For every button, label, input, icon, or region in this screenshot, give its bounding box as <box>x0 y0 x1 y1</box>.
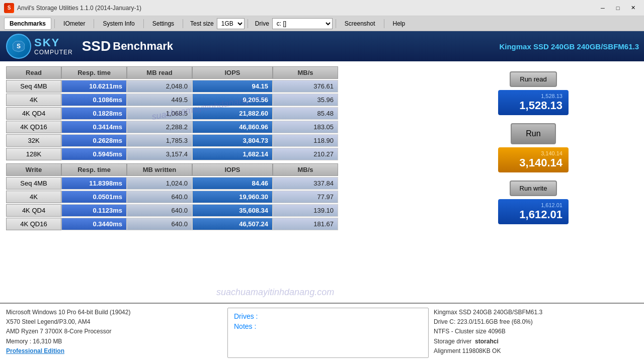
read-header: Read <box>6 66 61 79</box>
menu-screenshot[interactable]: Screenshot <box>339 18 381 30</box>
row-label: 4K QD4 <box>6 204 61 217</box>
resp-time-val: 0.2628ms <box>61 134 127 147</box>
menu-settings[interactable]: Settings <box>147 18 180 30</box>
row-label: 32K <box>6 134 61 147</box>
close-button[interactable]: ✕ <box>626 3 640 13</box>
table-row: 4K QD4 0.1123ms 640.0 35,608.34 139.10 <box>6 204 424 217</box>
mbs-val: 85.48 <box>273 107 338 120</box>
notes-label: Notes : <box>234 322 422 330</box>
sys-line3: AMD Ryzen 7 3700X 8-Core Processor <box>6 327 222 336</box>
row-label: 4K QD16 <box>6 218 61 230</box>
mb-val: 1,068.5 <box>127 107 192 120</box>
benchmark-table: Read Resp. time MB read IOPS MB/s Seq 4M… <box>6 66 424 298</box>
resp-time-val: 0.1086ms <box>61 94 127 106</box>
table-row: 4K QD4 0.1828ms 1,068.5 21,882.60 85.48 <box>6 107 424 120</box>
mbs-val: 210.27 <box>273 148 338 160</box>
total-score-value: 3,140.14 <box>504 156 562 169</box>
mb-val: 2,288.2 <box>127 121 192 133</box>
read-score-box: 1,528.13 1,528.13 <box>498 90 569 115</box>
logo-sky-text: SKY <box>34 37 73 49</box>
menu-system-info[interactable]: System Info <box>97 18 140 30</box>
resp-time-header-w: Resp. time <box>61 163 127 176</box>
logo-ssd-text: SSD <box>82 38 111 54</box>
mbs-val: 139.10 <box>273 204 338 217</box>
main-content: Read Resp. time MB read IOPS MB/s Seq 4M… <box>0 61 644 303</box>
iops-val: 21,882.60 <box>192 107 273 120</box>
right-panel: Run read 1,528.13 1,528.13 Run 3,140.14 … <box>429 66 638 298</box>
write-score-label: 1,612.01 <box>504 202 562 208</box>
resp-time-val: 0.1828ms <box>61 107 127 120</box>
sys-line1: Microsoft Windows 10 Pro 64-bit Build (1… <box>6 308 222 317</box>
row-label: 128K <box>6 148 61 160</box>
table-row: Seq 4MB 10.6211ms 2,048.0 94.15 376.61 <box>6 80 424 93</box>
pro-edition-link[interactable]: Professional Edition <box>6 347 64 354</box>
resp-time-val: 10.6211ms <box>61 80 127 93</box>
mb-written-header: MB written <box>127 163 192 176</box>
menu-iometer[interactable]: IOmeter <box>58 18 91 30</box>
resp-time-val: 0.5945ms <box>61 148 127 160</box>
test-size-select[interactable]: 1GB <box>217 18 245 29</box>
logo-computer-text: COMPUTER <box>34 49 73 56</box>
drive-detail4: Alignment 119808KB OK <box>434 346 638 356</box>
total-score-box: 3,140.14 3,140.14 <box>498 147 569 172</box>
menu-separator-5 <box>248 19 248 28</box>
logo-benchmark-text: Benchmark <box>113 40 173 53</box>
run-read-button[interactable]: Run read <box>510 71 556 87</box>
storahci-label: storahci <box>475 338 499 345</box>
mb-val: 1,785.3 <box>127 134 192 147</box>
mb-val: 640.0 <box>127 204 192 217</box>
drive-detail3: Storage driver storahci <box>434 337 638 346</box>
sys-line4: Memory : 16,310 MB <box>6 337 222 346</box>
total-score-label: 3,140.14 <box>504 150 562 156</box>
mb-val: 3,157.4 <box>127 148 192 160</box>
mbs-val: 337.84 <box>273 177 338 190</box>
drive-select[interactable]: c: [] <box>272 18 333 29</box>
footer-drives-notes: Drives : Notes : <box>227 308 429 358</box>
drive-select-wrap: c: [] <box>272 18 333 29</box>
iops-val: 1,682.14 <box>192 148 273 160</box>
iops-val: 46,860.96 <box>192 121 273 133</box>
resp-time-val: 0.3440ms <box>61 218 127 230</box>
iops-val: 94.15 <box>192 80 273 93</box>
menu-benchmarks[interactable]: Benchmarks <box>4 18 51 30</box>
mbs-val: 181.67 <box>273 218 338 230</box>
iops-val: 9,205.56 <box>192 94 273 106</box>
menu-separator-2 <box>94 19 94 28</box>
mb-val: 2,048.0 <box>127 80 192 93</box>
mbs-val: 183.05 <box>273 121 338 133</box>
mbs-header: MB/s <box>273 66 338 79</box>
drive-detail1: Drive C: 223.0/151.6GB free (68.0%) <box>434 317 638 327</box>
table-row: 4K QD16 0.3414ms 2,288.2 46,860.96 183.0… <box>6 121 424 133</box>
run-write-button[interactable]: Run write <box>510 180 557 196</box>
iops-val: 35,608.34 <box>192 204 273 217</box>
sys-line2: X570 Steel Legend/P3.00, AM4 <box>6 317 222 327</box>
logo-icon: S <box>6 34 31 59</box>
row-label: 4K QD16 <box>6 121 61 133</box>
drive-info: Kingmax SSD 240GB 240GB/SBFM61.3 <box>434 308 638 317</box>
read-header-row: Read Resp. time MB read IOPS MB/s <box>6 66 424 79</box>
row-label: 4K <box>6 94 61 106</box>
table-row: 32K 0.2628ms 1,785.3 3,804.73 118.90 <box>6 134 424 147</box>
app-icon: S <box>4 3 14 13</box>
mbs-val: 77.97 <box>273 191 338 203</box>
test-size-label: Test size <box>190 20 214 27</box>
run-total-section: Run 3,140.14 3,140.14 <box>498 123 569 172</box>
svg-text:S: S <box>17 43 21 50</box>
mb-val: 640.0 <box>127 218 192 230</box>
mb-val: 640.0 <box>127 191 192 203</box>
mb-val: 449.5 <box>127 94 192 106</box>
minimize-button[interactable]: ─ <box>596 3 610 13</box>
run-read-section: Run read 1,528.13 1,528.13 <box>498 71 569 115</box>
mbs-val: 376.61 <box>273 80 338 93</box>
maximize-button[interactable]: □ <box>611 3 625 13</box>
read-score-value: 1,528.13 <box>504 99 562 112</box>
mb-read-header: MB read <box>127 66 192 79</box>
table-row: 4K 0.0501ms 640.0 19,960.30 77.97 <box>6 191 424 203</box>
footer-drive-details: Kingmax SSD 240GB 240GB/SBFM61.3 Drive C… <box>434 308 638 358</box>
menu-separator-4 <box>183 19 183 28</box>
write-score-value: 1,612.01 <box>504 208 562 221</box>
mb-val: 1,024.0 <box>127 177 192 190</box>
write-score-box: 1,612.01 1,612.01 <box>498 199 569 224</box>
menu-help[interactable]: Help <box>387 18 411 30</box>
run-button[interactable]: Run <box>511 123 556 144</box>
